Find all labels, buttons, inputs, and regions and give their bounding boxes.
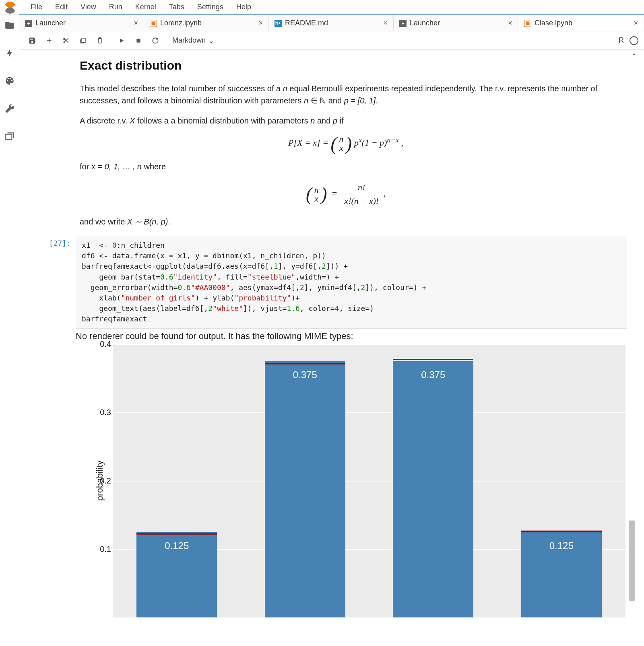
cut-button[interactable]	[59, 34, 73, 47]
chart-bar-label: 0.125	[136, 540, 217, 551]
add-cell-button[interactable]: +	[42, 34, 56, 47]
svg-rect-3	[152, 21, 155, 25]
notebook-toolbar: + Markdown ⌄ R	[19, 31, 644, 50]
close-icon[interactable]: ×	[634, 19, 638, 27]
tab-label: Lorenz.ipynb	[160, 19, 202, 27]
celltype-label: Markdown	[172, 36, 206, 45]
scroll-up-icon[interactable]: ▴	[633, 51, 635, 56]
paste-button[interactable]	[93, 34, 107, 47]
menu-run[interactable]: Run	[103, 0, 129, 14]
chart-bar-label: 0.375	[265, 369, 345, 381]
menu-tabs[interactable]: Tabs	[163, 0, 191, 14]
markdown-cell[interactable]: Exact distribution This model describes …	[80, 56, 612, 228]
menu-edit[interactable]: Edit	[49, 0, 74, 14]
close-icon[interactable]: ×	[383, 19, 388, 27]
markdown-icon	[275, 20, 282, 27]
copy-button[interactable]	[76, 34, 90, 47]
chart-errorbar	[265, 363, 345, 364]
chart-ytick: 0.1	[100, 545, 111, 554]
markdown-andwrite: and we write X ∼ B(n, p).	[80, 216, 612, 228]
kernel-status-icon[interactable]	[630, 36, 638, 45]
chart-errorbar	[393, 359, 473, 360]
tab-readme[interactable]: README.md ×	[269, 15, 394, 31]
menu-settings[interactable]: Settings	[191, 0, 230, 14]
restart-button[interactable]	[148, 34, 163, 47]
chevron-down-icon: ⌄	[208, 36, 214, 45]
kernel-name[interactable]: R	[619, 36, 624, 45]
notebook-icon	[524, 20, 531, 27]
markdown-paragraph-1: This model describes the total number of…	[80, 82, 612, 107]
scrollbar-thumb[interactable]	[629, 521, 635, 601]
running-icon[interactable]	[4, 48, 15, 60]
code-editor[interactable]: x1 <- 0:n_children df6 <- data.frame(x =…	[76, 236, 627, 329]
left-rail	[0, 14, 19, 646]
menu-file[interactable]: File	[24, 0, 49, 14]
chart-ytick: 0.2	[100, 476, 111, 486]
code-cell[interactable]: [27]: x1 <- 0:n_children df6 <- data.fra…	[28, 236, 627, 329]
tab-label: Clase.ipynb	[535, 19, 572, 27]
notebook-tabstrip: + Launcher × Lorenz.ipynb × README.md × …	[19, 14, 644, 31]
tab-label: README.md	[285, 19, 328, 27]
menu-bar: File Edit View Run Kernel Tabs Settings …	[0, 0, 644, 14]
close-icon[interactable]: ×	[258, 19, 263, 27]
formula-pmf: P[X = x] = ( nx ) px(1 − p)n−x ,	[80, 135, 612, 152]
chart-ytick: 0.3	[100, 408, 111, 417]
stop-button[interactable]	[131, 34, 146, 47]
tab-launcher-2[interactable]: + Launcher ×	[394, 15, 518, 31]
chart-bar	[265, 361, 345, 618]
tab-label: Launcher	[35, 19, 66, 27]
chart-bar	[393, 361, 473, 618]
close-icon[interactable]: ×	[134, 19, 138, 27]
svg-text:+: +	[401, 21, 404, 26]
notebook-area: ▴ Exact distribution This model describe…	[19, 50, 636, 646]
save-button[interactable]	[25, 34, 39, 47]
cell-prompt: [27]:	[28, 236, 76, 247]
menu-view[interactable]: View	[74, 0, 103, 14]
markdown-forline: for x = 0, 1, … , n where	[80, 160, 612, 173]
output-chart: probability 0.10.20.30.4 0.1250.3750.375…	[76, 344, 627, 617]
chart-bar-label: 0.125	[521, 540, 602, 551]
output-missing-renderer: No renderer could be found for output. I…	[76, 331, 627, 342]
palette-icon[interactable]	[4, 76, 15, 87]
celltype-dropdown[interactable]: Markdown ⌄	[170, 36, 217, 45]
tabs-icon[interactable]	[4, 131, 15, 143]
menu-kernel[interactable]: Kernel	[129, 0, 163, 14]
close-icon[interactable]: ×	[508, 19, 512, 27]
chart-ytick: 0.4	[100, 339, 111, 349]
tab-lorenz[interactable]: Lorenz.ipynb ×	[144, 15, 269, 31]
launcher-icon: +	[25, 20, 32, 27]
formula-binomdef: ( nx ) = n! x!(n − x)! ,	[80, 181, 612, 208]
svg-rect-9	[136, 39, 140, 42]
markdown-paragraph-2: A discrete r.v. X follows a a binomial d…	[80, 115, 612, 127]
chart-bar-label: 0.375	[393, 369, 473, 381]
wrench-icon[interactable]	[4, 103, 15, 115]
markdown-heading: Exact distribution	[80, 56, 612, 74]
tab-clase[interactable]: Clase.ipynb ×	[518, 15, 644, 31]
launcher-icon: +	[399, 20, 407, 27]
chart-errorbar	[521, 531, 602, 532]
run-button[interactable]	[114, 34, 129, 47]
chart-errorbar	[136, 533, 217, 535]
menu-help[interactable]: Help	[230, 0, 258, 14]
notebook-icon	[150, 20, 157, 27]
svg-text:+: +	[27, 21, 30, 26]
folder-icon[interactable]	[4, 20, 15, 32]
tab-launcher[interactable]: + Launcher ×	[19, 15, 144, 31]
svg-rect-8	[526, 21, 530, 25]
tab-label: Launcher	[410, 19, 440, 27]
